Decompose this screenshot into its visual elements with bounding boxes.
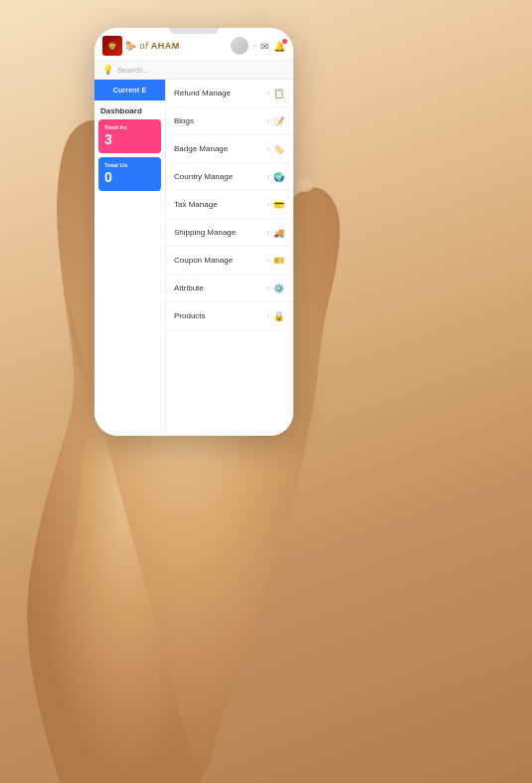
phone-notch bbox=[169, 28, 219, 34]
menu-item-right: ‹ 📋 bbox=[267, 87, 285, 99]
chevron-icon: ‹ bbox=[267, 201, 269, 208]
menu-item[interactable]: Badge Manage ‹ 🏷️ bbox=[166, 135, 293, 163]
menu-item[interactable]: Blogs ‹ 📝 bbox=[166, 107, 293, 135]
menu-item-label: Badge Manage bbox=[174, 144, 228, 153]
menu-item-label: Blogs bbox=[174, 116, 194, 125]
chevron-icon: ‹ bbox=[267, 312, 269, 319]
search-bar: 💡 Search... bbox=[94, 61, 293, 80]
menu-item-right: ‹ 🏷️ bbox=[267, 142, 285, 155]
stat-users-label: Total Us bbox=[104, 162, 155, 169]
menu-item-icon: 📝 bbox=[272, 114, 285, 127]
stat-active-label: Total Ac bbox=[104, 124, 155, 131]
menu-item-icon: 🎫 bbox=[272, 254, 285, 267]
notification-badge bbox=[282, 39, 287, 44]
menu-item-left: Badge Manage bbox=[174, 144, 228, 153]
main-content: Current E Dashboard Total Ac 3 Total Us … bbox=[94, 80, 293, 436]
menu-item-left: Refund Manage bbox=[174, 89, 231, 98]
menu-item[interactable]: Coupon Manage ‹ 🎫 bbox=[166, 247, 293, 275]
chevron-icon: ‹ bbox=[267, 145, 269, 152]
phone-screen: 🦁 🐎 of AHAM • ✉ 🔔 💡 bbox=[94, 28, 293, 436]
menu-item-label: Country Manage bbox=[174, 172, 233, 181]
chevron-icon: ‹ bbox=[267, 117, 269, 124]
menu-item-icon: 🏷️ bbox=[272, 142, 285, 155]
menu-item-right: ‹ ⚙️ bbox=[267, 282, 285, 294]
bell-icon[interactable]: 🔔 bbox=[273, 41, 285, 52]
menu-item-label: Shipping Manage bbox=[174, 228, 236, 237]
menu-item[interactable]: Tax Manage ‹ 💳 bbox=[166, 191, 293, 219]
menu-item-left: Products bbox=[174, 311, 206, 320]
current-button[interactable]: Current E bbox=[94, 80, 165, 100]
menu-item-right: ‹ 📝 bbox=[267, 114, 285, 127]
menu-item[interactable]: Products ‹ 🔒 bbox=[166, 302, 293, 330]
menu-item-icon: ⚙️ bbox=[272, 282, 285, 294]
menu-item-left: Blogs bbox=[174, 116, 194, 125]
menu-item-label: Coupon Manage bbox=[174, 256, 233, 265]
chevron-icon: ‹ bbox=[267, 229, 269, 236]
stat-active-value: 3 bbox=[104, 131, 155, 148]
menu-item-right: ‹ 🚚 bbox=[267, 226, 285, 239]
menu-item[interactable]: Shipping Manage ‹ 🚚 bbox=[166, 219, 293, 247]
menu-item-left: Attribute bbox=[174, 284, 204, 293]
menu-item-icon: 📋 bbox=[272, 87, 285, 99]
right-menu: Refund Manage ‹ 📋 Blogs ‹ 📝 Badge Manage… bbox=[166, 80, 293, 436]
search-input[interactable]: Search... bbox=[117, 66, 285, 75]
menu-item[interactable]: Refund Manage ‹ 📋 bbox=[166, 80, 293, 107]
menu-item-left: Coupon Manage bbox=[174, 256, 233, 265]
stat-card-active: Total Ac 3 bbox=[98, 119, 161, 153]
menu-item-right: ‹ 🔒 bbox=[267, 309, 285, 322]
chevron-icon: ‹ bbox=[267, 257, 269, 264]
menu-item-left: Tax Manage bbox=[174, 200, 218, 209]
stat-users-value: 0 bbox=[104, 169, 155, 186]
menu-item-label: Attribute bbox=[174, 284, 204, 293]
mail-icon[interactable]: ✉ bbox=[261, 41, 268, 52]
menu-item-icon: 💳 bbox=[272, 198, 285, 211]
menu-item-label: Refund Manage bbox=[174, 89, 231, 98]
chevron-icon: ‹ bbox=[267, 90, 269, 97]
phone-frame: 🦁 🐎 of AHAM • ✉ 🔔 💡 bbox=[94, 28, 293, 436]
menu-item[interactable]: Attribute ‹ ⚙️ bbox=[166, 275, 293, 302]
avatar bbox=[231, 37, 249, 55]
menu-item-icon: 🔒 bbox=[272, 309, 285, 322]
stat-card-users: Total Us 0 bbox=[98, 157, 161, 191]
menu-item-icon: 🌍 bbox=[272, 170, 285, 183]
chevron-icon: ‹ bbox=[267, 173, 269, 180]
dashboard-label: Dashboard bbox=[94, 100, 165, 117]
left-panel: Current E Dashboard Total Ac 3 Total Us … bbox=[94, 80, 166, 436]
menu-item-icon: 🚚 bbox=[272, 226, 285, 239]
bulb-icon: 💡 bbox=[102, 65, 113, 75]
logo-text: 🐎 of AHAM bbox=[125, 41, 180, 51]
menu-item-right: ‹ 🌍 bbox=[267, 170, 285, 183]
menu-item-right: ‹ 🎫 bbox=[267, 254, 285, 267]
header-right: • ✉ 🔔 bbox=[231, 37, 285, 55]
menu-item-label: Tax Manage bbox=[174, 200, 218, 209]
menu-item-right: ‹ 💳 bbox=[267, 198, 285, 211]
chevron-icon: ‹ bbox=[267, 285, 269, 292]
logo-icon: 🦁 bbox=[102, 36, 122, 56]
menu-item-label: Products bbox=[174, 311, 206, 320]
menu-item-left: Country Manage bbox=[174, 172, 233, 181]
menu-item[interactable]: Country Manage ‹ 🌍 bbox=[166, 163, 293, 191]
logo: 🦁 🐎 of AHAM bbox=[102, 36, 180, 56]
dot-separator: • bbox=[254, 43, 256, 49]
menu-item-left: Shipping Manage bbox=[174, 228, 236, 237]
